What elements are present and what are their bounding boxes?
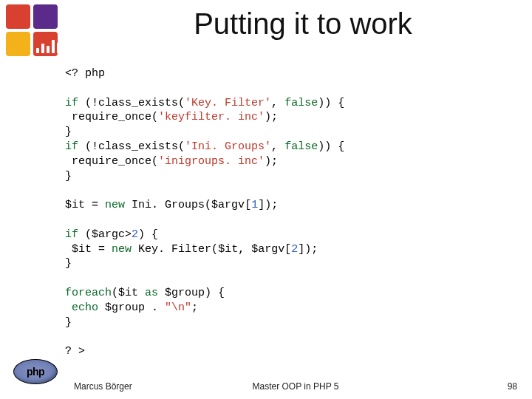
var: $group <box>105 301 145 314</box>
var: $argc <box>92 228 125 241</box>
corner-logo <box>6 4 61 59</box>
num: 2 <box>291 243 298 256</box>
logo-square-red <box>6 4 30 29</box>
kw-as: as <box>145 287 158 299</box>
str: "\n" <box>165 301 191 314</box>
code-block: <? php if (!class_exists('Key. Filter', … <box>65 66 517 359</box>
var: $it <box>118 287 138 299</box>
str: 'inigroups. inc' <box>158 155 265 168</box>
kw-if: if <box>65 97 78 109</box>
slide-title: Putting it to work <box>89 7 517 41</box>
var: $group <box>165 287 205 299</box>
footer-course: Master OOP in PHP 5 <box>74 381 517 392</box>
php-close-tag: ? > <box>65 345 85 358</box>
bars-icon <box>36 40 60 53</box>
str: 'keyfilter. inc' <box>158 111 265 123</box>
var: $it <box>218 243 238 256</box>
str: 'Key. Filter' <box>185 97 271 109</box>
fn: require_once <box>72 111 151 123</box>
var: $argv <box>211 199 245 211</box>
kw-if: if <box>65 140 78 153</box>
footer-page-number: 98 <box>508 381 517 392</box>
var: $argv <box>251 243 284 256</box>
fn: require_once <box>72 155 151 168</box>
php-ellipse-icon: php <box>13 359 58 384</box>
var: $it <box>65 199 85 211</box>
str: 'Ini. Groups' <box>185 140 271 153</box>
logo-square-red-bars <box>33 32 58 56</box>
kw-false: false <box>284 97 318 109</box>
logo-square-yellow <box>6 32 30 56</box>
cls: Key. Filter <box>138 243 211 256</box>
kw-foreach: foreach <box>65 287 112 299</box>
kw-false: false <box>284 140 318 153</box>
kw-new: new <box>112 243 132 256</box>
cls: Ini. Groups <box>132 199 205 211</box>
kw-echo: echo <box>72 301 98 314</box>
php-logo: php <box>13 359 58 384</box>
num: 1 <box>251 199 258 211</box>
kw-new: new <box>105 199 125 211</box>
num: 2 <box>132 228 138 241</box>
var: $it <box>72 243 92 256</box>
php-logo-text: php <box>27 366 44 378</box>
logo-square-purple <box>33 4 58 29</box>
fn: class_exists <box>98 97 178 109</box>
kw-if: if <box>65 228 78 241</box>
php-open-tag: <? php <box>65 67 105 80</box>
fn: class_exists <box>98 140 178 153</box>
